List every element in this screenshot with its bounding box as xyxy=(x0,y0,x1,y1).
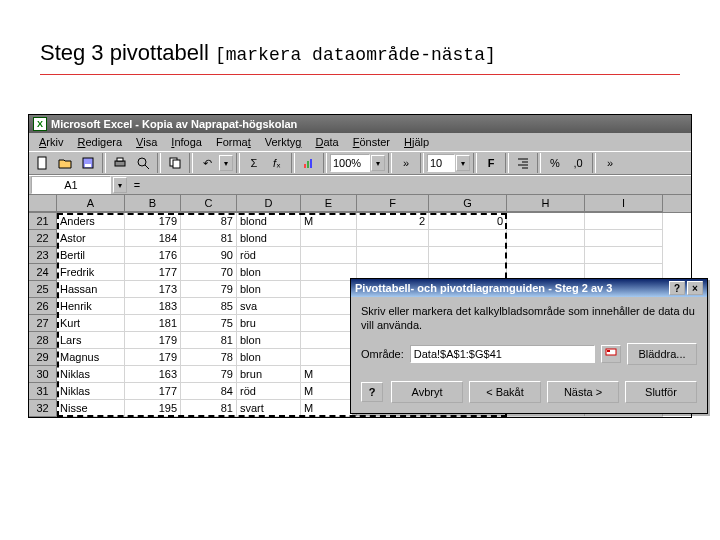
wizard-titlebar[interactable]: Pivottabell- och pivotdiagramguiden - St… xyxy=(351,279,707,297)
menu-hjalp[interactable]: Hjälp xyxy=(398,135,435,149)
cell[interactable]: 2 xyxy=(357,213,429,230)
cell[interactable]: 84 xyxy=(181,383,237,400)
row-header[interactable]: 32 xyxy=(29,400,57,417)
row-header[interactable]: 30 xyxy=(29,366,57,383)
bold-icon[interactable]: F xyxy=(480,153,502,173)
new-icon[interactable] xyxy=(31,153,53,173)
cell[interactable] xyxy=(507,247,585,264)
select-all-corner[interactable] xyxy=(29,195,57,212)
cell[interactable]: 79 xyxy=(181,366,237,383)
cell[interactable]: blon xyxy=(237,281,301,298)
cell[interactable]: Anders xyxy=(57,213,125,230)
cell[interactable] xyxy=(301,298,357,315)
whatsthis-button[interactable]: ? xyxy=(669,281,685,295)
row-header[interactable]: 27 xyxy=(29,315,57,332)
zoom-box[interactable]: 100% xyxy=(330,154,370,172)
cell[interactable]: röd xyxy=(237,247,301,264)
cell[interactable] xyxy=(507,230,585,247)
cell[interactable]: Fredrik xyxy=(57,264,125,281)
row-header[interactable]: 24 xyxy=(29,264,57,281)
decimal-icon[interactable]: ,0 xyxy=(567,153,589,173)
row-header[interactable]: 21 xyxy=(29,213,57,230)
range-input[interactable]: Data!$A$1:$G$41 xyxy=(410,345,595,363)
cell[interactable]: sva xyxy=(237,298,301,315)
undo-dropdown[interactable]: ▾ xyxy=(219,155,233,171)
cell[interactable]: Niklas xyxy=(57,366,125,383)
cell[interactable]: 81 xyxy=(181,400,237,417)
row-header[interactable]: 23 xyxy=(29,247,57,264)
cell[interactable]: blon xyxy=(237,349,301,366)
col-header[interactable]: E xyxy=(301,195,357,212)
col-header[interactable]: D xyxy=(237,195,301,212)
cell[interactable]: 183 xyxy=(125,298,181,315)
cell[interactable]: 163 xyxy=(125,366,181,383)
cell[interactable]: 181 xyxy=(125,315,181,332)
cell[interactable]: 79 xyxy=(181,281,237,298)
cell[interactable]: M xyxy=(301,400,357,417)
col-header[interactable]: F xyxy=(357,195,429,212)
cell[interactable] xyxy=(301,315,357,332)
cell[interactable]: blond xyxy=(237,213,301,230)
cell[interactable]: 173 xyxy=(125,281,181,298)
cell[interactable] xyxy=(301,332,357,349)
more-icon[interactable]: » xyxy=(395,153,417,173)
cell[interactable]: Nisse xyxy=(57,400,125,417)
cell[interactable]: 0 xyxy=(429,213,507,230)
cell[interactable]: 85 xyxy=(181,298,237,315)
preview-icon[interactable] xyxy=(132,153,154,173)
cell[interactable]: 81 xyxy=(181,332,237,349)
cell[interactable]: Astor xyxy=(57,230,125,247)
range-selector-icon[interactable] xyxy=(601,345,621,363)
name-box[interactable]: A1 xyxy=(31,176,111,194)
fontsize-dropdown[interactable]: ▾ xyxy=(456,155,470,171)
help-icon[interactable]: ? xyxy=(361,382,383,402)
cell[interactable] xyxy=(585,213,663,230)
zoom-dropdown[interactable]: ▾ xyxy=(371,155,385,171)
cell[interactable]: svart xyxy=(237,400,301,417)
equals-icon[interactable]: = xyxy=(127,179,147,191)
row-header[interactable]: 26 xyxy=(29,298,57,315)
cell[interactable]: Henrik xyxy=(57,298,125,315)
cell[interactable]: 81 xyxy=(181,230,237,247)
cell[interactable]: 177 xyxy=(125,264,181,281)
cell[interactable]: 70 xyxy=(181,264,237,281)
col-header[interactable]: H xyxy=(507,195,585,212)
cell[interactable] xyxy=(429,230,507,247)
menu-redigera[interactable]: Redigera xyxy=(71,135,128,149)
col-header[interactable]: G xyxy=(429,195,507,212)
autosum-icon[interactable]: Σ xyxy=(243,153,265,173)
menu-infoga[interactable]: Infoga xyxy=(165,135,208,149)
cell[interactable]: 179 xyxy=(125,213,181,230)
cell[interactable] xyxy=(301,264,357,281)
cell[interactable]: 176 xyxy=(125,247,181,264)
col-header[interactable]: B xyxy=(125,195,181,212)
cell[interactable]: Kurt xyxy=(57,315,125,332)
finish-button[interactable]: Slutför xyxy=(625,381,697,403)
copy-icon[interactable] xyxy=(164,153,186,173)
more2-icon[interactable]: » xyxy=(599,153,621,173)
cell[interactable]: Lars xyxy=(57,332,125,349)
col-header[interactable]: A xyxy=(57,195,125,212)
col-header[interactable]: I xyxy=(585,195,663,212)
cell[interactable] xyxy=(429,247,507,264)
cell[interactable]: 78 xyxy=(181,349,237,366)
save-icon[interactable] xyxy=(77,153,99,173)
next-button[interactable]: Nästa > xyxy=(547,381,619,403)
chart-icon[interactable] xyxy=(298,153,320,173)
cell[interactable]: 90 xyxy=(181,247,237,264)
cancel-button[interactable]: Avbryt xyxy=(391,381,463,403)
align-right-icon[interactable] xyxy=(512,153,534,173)
cell[interactable]: brun xyxy=(237,366,301,383)
col-header[interactable]: C xyxy=(181,195,237,212)
row-header[interactable]: 31 xyxy=(29,383,57,400)
cell[interactable]: M xyxy=(301,213,357,230)
cell[interactable]: röd xyxy=(237,383,301,400)
menu-format[interactable]: Format xyxy=(210,135,257,149)
cell[interactable] xyxy=(507,213,585,230)
open-icon[interactable] xyxy=(54,153,76,173)
cell[interactable]: Niklas xyxy=(57,383,125,400)
cell[interactable] xyxy=(301,230,357,247)
cell[interactable]: 75 xyxy=(181,315,237,332)
cell[interactable]: bru xyxy=(237,315,301,332)
row-header[interactable]: 25 xyxy=(29,281,57,298)
